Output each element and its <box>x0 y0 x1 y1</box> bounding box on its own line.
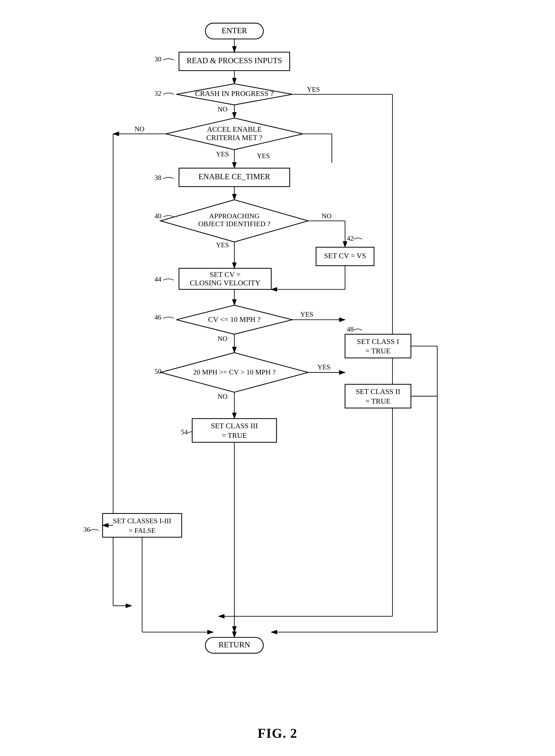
n38-label: 38 <box>155 174 161 181</box>
set-class-i-line1: SET CLASS I <box>357 337 399 345</box>
accel-yes-back-label: YES <box>257 152 270 160</box>
cv20-yes-label: YES <box>317 363 330 371</box>
enable-ce-timer-label: ENABLE CE_TIMER <box>199 172 270 181</box>
set-class-ii-line1: SET CLASS II <box>356 387 400 395</box>
set-classes-false-line2: = FALSE <box>129 527 156 534</box>
set-cv-closing-line2: CLOSING VELOCITY <box>190 279 260 287</box>
accel-yes-label: YES <box>216 150 229 158</box>
n46-label: 46 <box>155 313 161 321</box>
set-cv-closing-line1: SET CV = <box>210 270 241 279</box>
cv20-no-label: NO <box>217 393 227 400</box>
set-class-i-line2: = TRUE <box>366 347 391 355</box>
approaching-line1: APPROACHING <box>209 212 260 220</box>
set-class-iii-line2: = TRUE <box>222 431 247 439</box>
set-class-ii-line2: = TRUE <box>366 397 391 405</box>
cv10-label: CV <= 10 MPH ? <box>208 315 261 324</box>
n40-label: 40 <box>155 212 161 220</box>
read-process-label: READ & PROCESS INPUTS <box>186 56 282 65</box>
approaching-no-label: NO <box>322 212 332 220</box>
accel-line1: ACCEL ENABLE <box>207 125 262 133</box>
accel-no-label: NO <box>134 125 144 133</box>
n32-label: 32 <box>155 90 161 97</box>
set-class-iii-line1: SET CLASS III <box>211 422 258 430</box>
n42-label: 42 <box>347 235 354 242</box>
cv10-no-label: NO <box>217 335 227 342</box>
figure-label: FIG. 2 <box>258 726 297 741</box>
cv10-yes-label: YES <box>300 310 313 318</box>
approaching-yes-label: YES <box>216 241 229 249</box>
n48-label: 48 <box>347 326 354 333</box>
n54-label: 54 <box>181 428 188 436</box>
crash-label: CRASH IN PROGRESS ? <box>195 89 273 97</box>
set-cv-vs-label: SET CV = VS <box>324 252 366 260</box>
cv-20-10-label: 20 MPH >= CV > 10 MPH ? <box>193 368 275 376</box>
return-label: RETURN <box>218 640 250 649</box>
n44-label: 44 <box>155 276 162 283</box>
n30-label: 30 <box>155 55 161 63</box>
crash-yes-label: YES <box>307 86 320 93</box>
crash-no-label: NO <box>217 106 227 113</box>
enter-label: ENTER <box>221 26 247 35</box>
n50-label: 50 <box>155 368 161 375</box>
accel-line2: CRITERIA MET ? <box>206 133 262 142</box>
n36-label: 36 <box>83 526 90 533</box>
flowchart-container: ENTER 30 READ & PROCESS INPUTS 32 CRASH … <box>51 15 508 701</box>
set-classes-false-line1: SET CLASSES I-III <box>113 517 171 525</box>
approaching-line2: OBJECT IDENTIFIED ? <box>198 220 270 228</box>
